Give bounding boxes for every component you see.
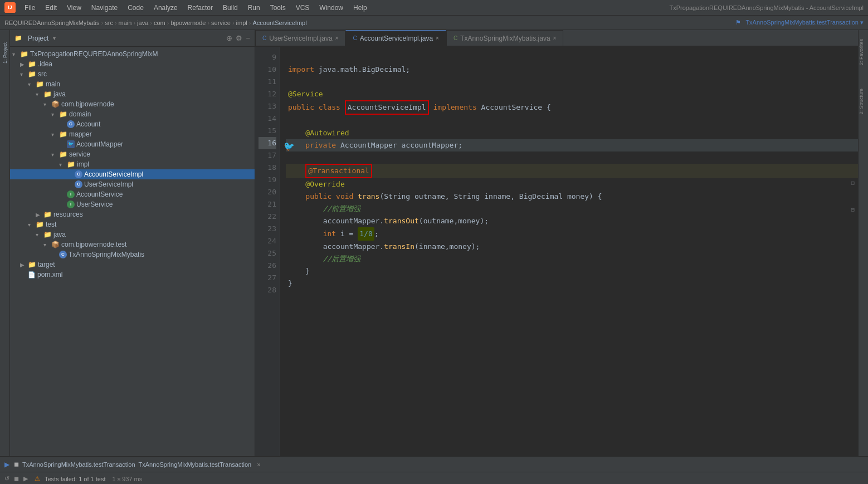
breadcrumb-method-nav[interactable]: TxAnnoSpringMixMybatis.testTransaction ▾ [745,19,864,26]
tree-label: main [46,80,60,88]
tree-item-resources[interactable]: ▶ 📁 resources [10,209,255,219]
breadcrumb-part[interactable]: main [119,19,132,26]
sidebar-tab-favorites[interactable]: 2: Favorites [859,30,868,74]
tree-item-mapper[interactable]: ▾ 📁 mapper [10,129,255,139]
tree-item-java[interactable]: ▾ 📁 java [10,89,255,99]
locate-icon[interactable]: ⊕ [226,34,232,42]
sidebar-tab-structure[interactable]: 2: Structure [859,80,868,124]
code-text [331,190,336,203]
run-icon: ▶ [4,461,9,468]
tab-user-service-impl[interactable]: C UserServiceImpl.java × [255,30,345,46]
project-panel-header: 📁 Project ▾ ⊕ ⚙ − [10,30,255,47]
tree-item-idea[interactable]: ▶ 📁 .idea [10,59,255,69]
breadcrumb-part[interactable]: src [105,19,113,26]
keyword: public [288,101,314,114]
keyword: class [319,101,340,114]
tree-item-account-class[interactable]: C Account [10,119,255,129]
breadcrumb-part[interactable]: bjpowernode [170,19,206,26]
settings-gear-icon[interactable]: ⚙ [236,34,242,42]
breadcrumb-current[interactable]: AccountServiceImpl [252,19,306,26]
menu-tools[interactable]: Tools [266,3,290,13]
breadcrumb-part[interactable]: com [154,19,165,26]
rerun-icon[interactable]: ▶ [23,475,28,482]
code-content[interactable]: import java.math.BigDecimal; @Service pu… [280,47,858,456]
tree-label: test [46,221,56,228]
restart-icon[interactable]: ↺ [4,475,9,482]
tree-item-domain[interactable]: ▾ 📁 domain [10,109,255,119]
code-line-14 [286,115,858,127]
tree-item-src[interactable]: ▾ 📁 src [10,69,255,79]
tree-item-account-mapper[interactable]: 🐦 AccountMapper [10,139,255,149]
breadcrumb-part[interactable]: REQUIREDAnnoSpringMixMybatis [4,19,100,26]
stop-btn-icon[interactable]: ◼ [14,475,19,482]
folder-icon: 📁 [59,130,67,138]
menu-edit[interactable]: Edit [41,3,61,13]
tree-item-test-java[interactable]: ▾ 📁 java [10,229,255,239]
tree-item-test-package[interactable]: ▾ 📦 com.bjpowernode.test [10,239,255,250]
tab-close-icon[interactable]: × [335,35,339,41]
tree-item-account-service-impl[interactable]: C AccountServiceImpl [10,169,255,179]
code-line-26: } [286,265,858,277]
breadcrumb-navigate-icon[interactable]: ⚑ [735,19,741,26]
tree-item-tx-class[interactable]: C TxAnnoSpringMixMybatis [10,250,255,260]
tree-arrow: ▾ [36,91,43,97]
annotation: @Service [288,88,323,100]
menu-code[interactable]: Code [123,3,148,13]
comment: //前置增强 [323,203,361,215]
tab-tx-anno[interactable]: C TxAnnoSpringMixMybatis.java × [446,30,563,46]
tab-close-icon[interactable]: × [436,35,439,41]
tree-label: impl [77,160,89,168]
code-line-13: public class AccountServiceImpl implemen… [286,100,858,115]
breadcrumb-part[interactable]: service [211,19,231,26]
folder-icon: 📁 [43,90,52,98]
tree-item-account-service-iface[interactable]: I AccountService [10,189,255,199]
tree-item-impl[interactable]: ▾ 📁 impl [10,159,255,169]
tree-label: Account [76,120,100,128]
tree-item-user-service-iface[interactable]: I UserService [10,199,255,209]
menubar: IJ File Edit View Navigate Code Analyze … [0,0,868,16]
menu-window[interactable]: Window [315,3,348,13]
folder-icon: 📁 [14,35,22,42]
tree-item-test[interactable]: ▾ 📁 test [10,219,255,229]
tree-item-package[interactable]: ▾ 📦 com.bjpowernode [10,99,255,109]
menu-vcs[interactable]: VCS [291,3,314,13]
tree-item-main[interactable]: ▾ 📁 main [10,79,255,89]
tree-item-target[interactable]: ▶ 📁 target [10,260,255,270]
code-text: (outname,money); [419,215,489,227]
code-editor[interactable]: 9 10 11 12 13 14 15 16 17 18 19 20 21 22… [255,47,858,456]
tree-arrow: ▾ [51,151,59,158]
method-call: transOut [384,215,419,227]
code-text: i = [336,228,358,240]
minimize-icon[interactable]: − [246,34,250,42]
left-sidebar-tabs: 1: Project [0,30,10,456]
sidebar-tab-project[interactable]: 1: Project [1,36,9,70]
annotation: @Autowired [305,127,349,139]
window-title: TxPropagationREQUIREDAnnoSpringMixMybati… [670,4,864,11]
menu-file[interactable]: File [20,3,40,13]
breadcrumb-part[interactable]: java [137,19,148,26]
run-config-name[interactable]: TxAnnoSpringMixMybatis.testTransaction [139,461,252,468]
menu-view[interactable]: View [62,3,86,13]
menu-analyze[interactable]: Analyze [149,3,182,13]
interface-icon: I [67,201,75,208]
code-line-10: import java.math.BigDecimal; [286,63,858,76]
tree-item-service[interactable]: ▾ 📁 service [10,149,255,159]
tab-account-service-impl[interactable]: C AccountServiceImpl.java × [345,30,446,46]
menu-refactor[interactable]: Refactor [183,3,217,13]
menu-help[interactable]: Help [349,3,372,13]
tree-item-pom[interactable]: 📄 pom.xml [10,270,255,280]
stop-icon: ◼ [14,461,19,468]
menu-build[interactable]: Build [218,3,242,13]
menu-navigate[interactable]: Navigate [87,3,122,13]
menu-run[interactable]: Run [243,3,265,13]
breadcrumb-part[interactable]: impl [236,19,247,26]
tree-item-root[interactable]: ▾ 📁 TxPropagationREQUREDAnnoSpringMixM [10,49,255,59]
folder-icon: 📁 [36,221,44,228]
run-close-icon[interactable]: × [257,461,260,468]
tree-arrow: ▶ [20,262,28,268]
tree-item-user-service-impl[interactable]: C UserServiceImpl [10,179,255,189]
tab-label: UserServiceImpl.java [269,35,332,42]
project-dropdown-icon[interactable]: ▾ [53,35,56,41]
comment: //后置增强 [323,253,361,265]
tab-close-icon[interactable]: × [553,35,557,41]
